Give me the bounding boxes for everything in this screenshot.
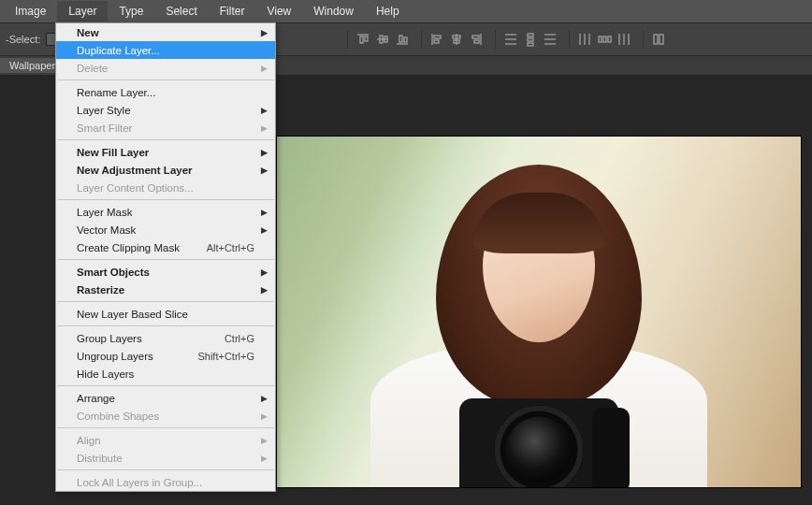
menu-item-align: Align▶ <box>56 431 275 449</box>
align-hcenter-icon[interactable] <box>447 30 466 49</box>
align-bottom-icon[interactable] <box>393 30 412 49</box>
menu-item-label: Layer Mask <box>77 207 132 218</box>
menu-separator <box>57 199 274 200</box>
menu-separator <box>57 301 274 302</box>
svg-rect-2 <box>365 36 368 41</box>
menu-item-shortcut: Ctrl+G <box>225 333 254 344</box>
menu-item-label: Smart Filter <box>77 123 132 134</box>
submenu-arrow-icon: ▶ <box>261 64 268 73</box>
menu-separator <box>57 427 274 428</box>
menu-item-label: New Fill Layer <box>77 147 149 158</box>
distribute-hcenter-icon[interactable] <box>595 30 614 49</box>
distribute-vcenter-icon[interactable] <box>521 30 540 49</box>
align-top-icon[interactable] <box>354 30 372 49</box>
menu-item-label: Duplicate Layer... <box>77 45 160 56</box>
distribute-bottom-icon[interactable] <box>541 30 559 49</box>
menubar: ImageLayerTypeSelectFilterViewWindowHelp <box>0 0 812 22</box>
menubar-item-type[interactable]: Type <box>108 1 154 22</box>
menu-item-smart-objects[interactable]: Smart Objects▶ <box>56 263 275 281</box>
menubar-item-image[interactable]: Image <box>4 1 57 22</box>
submenu-arrow-icon: ▶ <box>261 225 268 235</box>
svg-rect-32 <box>608 36 611 42</box>
svg-rect-36 <box>654 35 658 44</box>
distribute-right-icon[interactable] <box>615 30 633 49</box>
menu-item-rename-layer[interactable]: Rename Layer... <box>56 83 275 101</box>
menubar-item-view[interactable]: View <box>255 1 302 22</box>
svg-rect-7 <box>399 36 402 42</box>
menu-separator <box>57 139 274 140</box>
menu-item-create-clipping-mask[interactable]: Create Clipping MaskAlt+Ctrl+G <box>56 238 275 256</box>
svg-rect-31 <box>603 36 606 42</box>
menu-item-layer-style[interactable]: Layer Style▶ <box>56 101 275 119</box>
menu-separator <box>57 325 274 326</box>
submenu-arrow-icon: ▶ <box>261 267 268 277</box>
menu-item-layer-content-options: Layer Content Options... <box>56 179 275 196</box>
distribute-left-icon[interactable] <box>575 30 594 49</box>
menu-item-lock-all-layers-in-group: Lock All Layers in Group... <box>56 473 275 491</box>
svg-rect-1 <box>360 36 363 43</box>
menu-item-label: Layer Content Options... <box>77 182 194 194</box>
menu-item-label: Delete <box>77 63 108 74</box>
align-right-icon[interactable] <box>467 30 486 49</box>
menu-item-label: Rename Layer... <box>77 87 155 98</box>
submenu-arrow-icon: ▶ <box>261 411 268 421</box>
svg-rect-10 <box>434 36 441 38</box>
layer-menu-dropdown: New▶Duplicate Layer...Delete▶Rename Laye… <box>55 22 276 492</box>
menu-item-arrange[interactable]: Arrange▶ <box>56 389 275 407</box>
menu-item-label: Rasterize <box>77 284 124 296</box>
menubar-item-select[interactable]: Select <box>154 1 208 22</box>
submenu-arrow-icon: ▶ <box>261 28 268 37</box>
menu-item-label: New Adjustment Layer <box>77 165 193 176</box>
menu-separator <box>57 259 274 260</box>
svg-rect-22 <box>528 38 533 41</box>
menubar-item-help[interactable]: Help <box>365 1 411 22</box>
menu-item-label: Create Clipping Mask <box>77 242 180 253</box>
menu-item-combine-shapes: Combine Shapes▶ <box>56 407 275 425</box>
submenu-arrow-icon: ▶ <box>261 394 268 403</box>
menu-item-delete: Delete▶ <box>56 59 275 77</box>
auto-select-label: -Select: <box>6 34 40 45</box>
menu-item-group-layers[interactable]: Group LayersCtrl+G <box>56 329 275 347</box>
svg-rect-17 <box>474 40 479 43</box>
align-vcenter-icon[interactable] <box>373 30 392 49</box>
menu-item-label: Arrange <box>77 393 115 404</box>
distribute-top-icon[interactable] <box>501 30 520 49</box>
align-left-icon[interactable] <box>428 30 446 49</box>
menu-separator <box>57 385 274 386</box>
menu-item-label: New <box>77 27 99 38</box>
svg-rect-11 <box>434 40 439 43</box>
menu-item-rasterize[interactable]: Rasterize▶ <box>56 281 275 298</box>
menu-item-new-layer-based-slice[interactable]: New Layer Based Slice <box>56 305 275 323</box>
document-canvas[interactable] <box>277 137 801 487</box>
menu-item-distribute: Distribute▶ <box>56 449 275 467</box>
submenu-arrow-icon: ▶ <box>261 454 268 463</box>
svg-rect-23 <box>528 43 533 46</box>
menubar-item-layer[interactable]: Layer <box>57 1 108 22</box>
menu-separator <box>57 79 274 80</box>
menu-item-label: Layer Style <box>77 105 131 116</box>
menu-item-label: Lock All Layers in Group... <box>77 477 202 488</box>
svg-rect-16 <box>472 36 479 38</box>
menu-item-duplicate-layer[interactable]: Duplicate Layer... <box>56 41 275 59</box>
auto-align-icon[interactable] <box>649 30 668 49</box>
menu-item-new-fill-layer[interactable]: New Fill Layer▶ <box>56 143 275 161</box>
menu-item-new[interactable]: New▶ <box>56 23 275 41</box>
submenu-arrow-icon: ▶ <box>261 106 268 115</box>
menu-item-label: Align <box>77 435 101 446</box>
menubar-item-filter[interactable]: Filter <box>209 1 256 22</box>
menu-item-label: Hide Layers <box>77 368 134 380</box>
menu-item-layer-mask[interactable]: Layer Mask▶ <box>56 203 275 221</box>
menu-item-smart-filter: Smart Filter▶ <box>56 119 275 137</box>
menu-item-new-adjustment-layer[interactable]: New Adjustment Layer▶ <box>56 161 275 179</box>
menu-item-label: Ungroup Layers <box>77 351 153 362</box>
menu-item-vector-mask[interactable]: Vector Mask▶ <box>56 221 275 238</box>
svg-rect-30 <box>599 36 602 42</box>
menu-item-ungroup-layers[interactable]: Ungroup LayersShift+Ctrl+G <box>56 347 275 365</box>
svg-rect-21 <box>528 34 533 36</box>
menu-item-hide-layers[interactable]: Hide Layers <box>56 365 275 382</box>
submenu-arrow-icon: ▶ <box>261 285 268 295</box>
menu-item-shortcut: Alt+Ctrl+G <box>207 242 254 253</box>
menu-item-shortcut: Shift+Ctrl+G <box>197 351 254 362</box>
menu-item-label: Group Layers <box>77 333 142 344</box>
menubar-item-window[interactable]: Window <box>302 1 365 22</box>
